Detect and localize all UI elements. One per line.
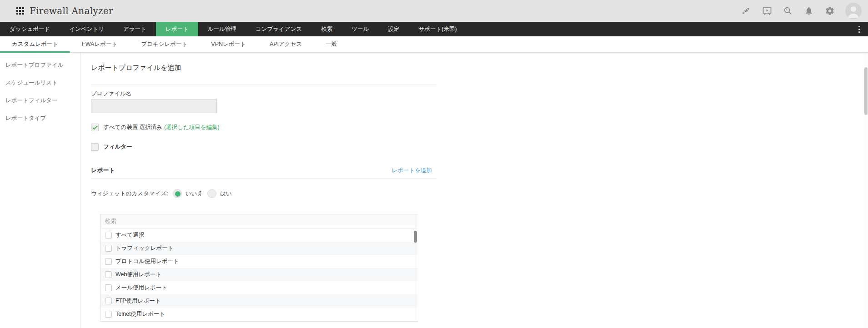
sidebar-item-schedule-list[interactable]: スケジュールリスト bbox=[0, 74, 80, 92]
list-item-label: Web使用レポート bbox=[115, 271, 161, 278]
list-item-web-usage-report[interactable]: Web使用レポート bbox=[100, 268, 418, 281]
list-item-label: トラフィックレポート bbox=[115, 244, 174, 252]
rocket-icon[interactable] bbox=[741, 5, 752, 16]
list-item-label: プロトコル使用レポート bbox=[115, 258, 179, 265]
divider bbox=[91, 84, 437, 84]
list-item-protocol-usage-report[interactable]: プロトコル使用レポート bbox=[100, 255, 418, 268]
widget-customize-radio-yes[interactable] bbox=[207, 189, 216, 198]
tab-general[interactable]: 一般 bbox=[314, 36, 349, 52]
list-item-ftp-usage-report[interactable]: FTP使用レポート bbox=[100, 294, 418, 308]
notifications-bell-icon[interactable] bbox=[803, 5, 814, 16]
sidebar-item-report-type[interactable]: レポートタイプ bbox=[0, 109, 80, 127]
traffic-report-checkbox[interactable] bbox=[105, 245, 112, 252]
widget-customize-yes-label: はい bbox=[220, 190, 232, 198]
sidebar: レポートプロファイル スケジュールリスト レポートフィルター レポートタイプ bbox=[0, 53, 80, 328]
nav-alerts[interactable]: アラート bbox=[114, 22, 156, 36]
list-item-label: メール使用レポート bbox=[115, 284, 167, 292]
select-all-checkbox[interactable] bbox=[105, 232, 112, 239]
sidebar-item-report-filter[interactable]: レポートフィルター bbox=[0, 92, 80, 109]
nav-tools[interactable]: ツール bbox=[342, 22, 378, 36]
apps-grid-icon[interactable] bbox=[16, 7, 24, 15]
list-item-label: Telnet使用レポート bbox=[115, 310, 165, 318]
report-list: すべて選択 トラフィックレポート プロトコル使用レポート Web使用レポート メ… bbox=[100, 214, 418, 322]
tab-fwa-report[interactable]: FWAレポート bbox=[70, 36, 129, 52]
edit-selected-link[interactable]: (選択した項目を編集) bbox=[164, 124, 220, 131]
nav-rule-management[interactable]: ルール管理 bbox=[198, 22, 246, 36]
mail-usage-checkbox[interactable] bbox=[105, 284, 112, 291]
page-title: レポートプロファイルを追加 bbox=[91, 64, 181, 72]
nav-dashboard[interactable]: ダッシュボード bbox=[0, 22, 60, 36]
app-header: Firewall Analyzer bbox=[0, 0, 868, 22]
user-avatar[interactable] bbox=[845, 3, 862, 19]
tab-vpn-report[interactable]: VPNレポート bbox=[199, 36, 258, 52]
app-title: Firewall Analyzer bbox=[30, 5, 113, 16]
kebab-menu-icon[interactable] bbox=[858, 22, 860, 36]
web-usage-checkbox[interactable] bbox=[105, 271, 112, 278]
list-item-mail-usage-report[interactable]: メール使用レポート bbox=[100, 281, 418, 294]
settings-gear-icon[interactable] bbox=[824, 5, 835, 16]
nav-inventory[interactable]: インベントリ bbox=[60, 22, 114, 36]
list-item-label: FTP使用レポート bbox=[115, 297, 161, 305]
filter-checkbox[interactable] bbox=[91, 143, 99, 151]
widget-customize-label: ウィジェットのカスタマイズ: bbox=[91, 190, 168, 198]
list-item-traffic-report[interactable]: トラフィックレポート bbox=[100, 242, 418, 255]
page-scrollbar-thumb[interactable] bbox=[864, 67, 868, 115]
presentation-icon[interactable] bbox=[762, 5, 773, 16]
protocol-usage-checkbox[interactable] bbox=[105, 258, 112, 265]
tab-custom-report[interactable]: カスタムレポート bbox=[0, 36, 70, 52]
tab-proxy-report[interactable]: プロキシレポート bbox=[129, 36, 199, 52]
list-scrollbar-thumb[interactable] bbox=[414, 231, 417, 243]
nav-compliance[interactable]: コンプライアンス bbox=[246, 22, 311, 36]
report-search-input[interactable] bbox=[100, 218, 386, 224]
page-scrollbar[interactable] bbox=[864, 53, 868, 328]
divider bbox=[91, 178, 437, 179]
sidebar-item-report-profile[interactable]: レポートプロファイル bbox=[0, 56, 80, 74]
widget-customize-no-label: いいえ bbox=[186, 190, 203, 198]
nav-reports[interactable]: レポート bbox=[156, 22, 198, 36]
add-report-link[interactable]: レポートを追加 bbox=[391, 167, 432, 174]
telnet-usage-checkbox[interactable] bbox=[105, 311, 112, 318]
report-section-title: レポート bbox=[91, 166, 115, 174]
search-icon[interactable] bbox=[783, 5, 793, 16]
report-subtabs: カスタムレポート FWAレポート プロキシレポート VPNレポート APIアクセ… bbox=[0, 36, 868, 53]
nav-settings[interactable]: 設定 bbox=[378, 22, 409, 36]
main-nav: ダッシュボード インベントリ アラート レポート ルール管理 コンプライアンス … bbox=[0, 22, 868, 36]
profile-name-label: プロファイル名 bbox=[91, 90, 131, 98]
all-devices-label: すべての装置 選択済み bbox=[103, 124, 162, 131]
filter-label: フィルター bbox=[103, 143, 132, 151]
ftp-usage-checkbox[interactable] bbox=[105, 298, 112, 304]
nav-search[interactable]: 検索 bbox=[311, 22, 342, 36]
profile-name-input[interactable] bbox=[91, 99, 217, 113]
list-item-select-all[interactable]: すべて選択 bbox=[100, 229, 418, 242]
main-content: レポートプロファイルを追加 プロファイル名 すべての装置 選択済み (選択した項… bbox=[80, 53, 868, 328]
nav-support[interactable]: サポート(米国) bbox=[409, 22, 466, 36]
list-item-label: すべて選択 bbox=[115, 231, 144, 239]
list-item-telnet-usage-report[interactable]: Telnet使用レポート bbox=[100, 308, 418, 321]
widget-customize-radio-no[interactable] bbox=[173, 189, 182, 198]
check-icon bbox=[92, 125, 98, 130]
all-devices-checkbox[interactable] bbox=[91, 124, 99, 131]
tab-api-access[interactable]: APIアクセス bbox=[258, 36, 314, 52]
